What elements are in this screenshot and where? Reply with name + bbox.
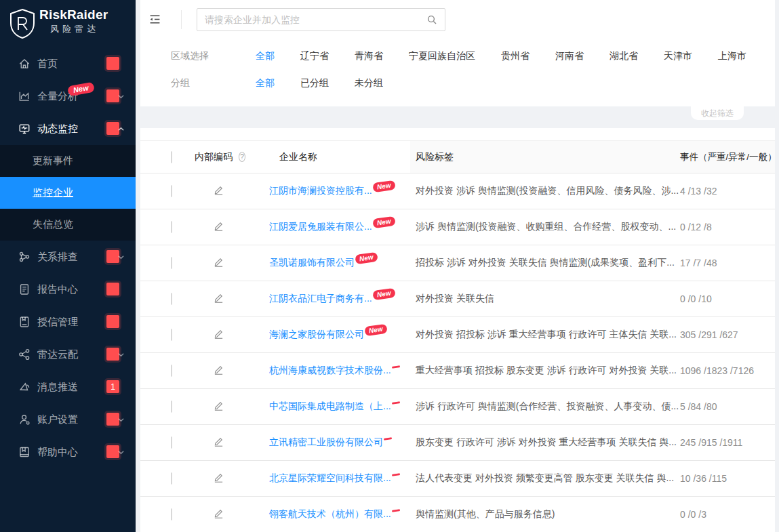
region-filter-option[interactable]: 宁夏回族自治区 <box>409 50 475 62</box>
row-checkbox[interactable] <box>171 221 172 233</box>
sidebar-item-relations[interactable]: 关系排查 <box>0 241 136 273</box>
sidebar-item-account[interactable]: 账户设置 <box>0 403 136 436</box>
collapse-filter-button[interactable]: 收起筛选 <box>691 106 744 120</box>
row-checkbox[interactable] <box>171 365 172 377</box>
group-filter-option[interactable]: 全部 <box>256 77 275 89</box>
event-counts: 0 /12 /8 <box>680 222 775 232</box>
sidebar-item-monitoring[interactable]: 动态监控 <box>0 112 136 145</box>
company-link[interactable]: 江阴衣品汇电子商务有... <box>269 293 372 304</box>
header-risk-tags: 风险标签 <box>410 141 680 173</box>
row-checkbox[interactable] <box>171 508 172 520</box>
group-filter-option[interactable]: 已分组 <box>300 77 329 89</box>
search-icon[interactable] <box>426 14 437 25</box>
company-link[interactable]: 杭州海康威视数字技术股份... <box>269 365 391 375</box>
region-filter-option[interactable]: 天津市 <box>664 50 692 62</box>
risk-tags: 涉诉 行政许可 舆情监测(合作经营、投资融资、人事变动、债... <box>410 401 680 413</box>
risk-tags: 涉诉 舆情监测(投资融资、收购重组、合作经营、股权变动、... <box>410 221 680 233</box>
risk-tags: 对外投资 关联失信 <box>410 293 680 305</box>
table-header-row: 内部编码 ? 企业名称 风险标签 事件（严重/异常/一般） <box>140 140 775 173</box>
header-company-name: 企业名称 <box>245 151 410 163</box>
row-checkbox[interactable] <box>171 185 172 197</box>
row-checkbox[interactable] <box>171 401 172 413</box>
company-link[interactable]: 立讯精密工业股份有限公司 <box>269 436 383 447</box>
new-badge <box>392 473 400 476</box>
new-badge <box>392 365 400 369</box>
region-filter-row: 区域选择 全部辽宁省青海省宁夏回族自治区贵州省河南省湖北省天津市上海市 <box>140 43 775 70</box>
sidebar-item-reports[interactable]: 报告中心 <box>0 273 136 306</box>
company-link[interactable]: 江阴爱居兔服装有限公... <box>269 221 372 232</box>
sidebar-item-credit[interactable]: 授信管理 <box>0 306 136 338</box>
question-circle-icon[interactable]: ? <box>239 152 245 162</box>
risk-tags: 对外投资 招投标 涉诉 重大经营事项 行政许可 主体失信 关联... <box>410 329 680 341</box>
table-row: 江阴市海澜投资控股有...New 对外投资 涉诉 舆情监测(投资融资、信用风险、… <box>140 173 775 209</box>
sidebar-item-home[interactable]: 首页 <box>0 47 136 80</box>
sidebar-item-update-events[interactable]: 更新事件 <box>0 145 136 177</box>
region-filter-option[interactable]: 湖北省 <box>610 50 638 62</box>
company-link[interactable]: 北京星际荣耀空间科技有限... <box>269 472 391 483</box>
brand-logo: RiskRaider 风险雷达 <box>0 0 136 42</box>
edit-pencil-icon[interactable] <box>214 508 224 518</box>
edit-pencil-icon[interactable] <box>214 329 224 339</box>
edit-pencil-icon[interactable] <box>214 365 224 375</box>
row-checkbox[interactable] <box>171 293 172 305</box>
event-counts: 1096 /1823 /7126 <box>680 365 775 376</box>
edit-pencil-icon[interactable] <box>214 401 224 411</box>
topbar <box>140 0 775 39</box>
new-badge: New <box>372 216 395 228</box>
table-row: 中芯国际集成电路制造（上... 涉诉 行政许可 舆情监测(合作经营、投资融资、人… <box>140 389 775 425</box>
risk-tags: 舆情监测(其他、产品与服务信息) <box>410 508 680 520</box>
sidebar-item-messages[interactable]: 消息推送 1 <box>0 371 136 403</box>
row-checkbox[interactable] <box>171 329 172 341</box>
new-badge <box>392 401 400 405</box>
company-link[interactable]: 中芯国际集成电路制造（上... <box>269 401 391 411</box>
region-filter-option[interactable]: 全部 <box>256 50 275 62</box>
new-badge <box>384 437 392 441</box>
group-filter-option[interactable]: 未分组 <box>355 77 383 89</box>
edit-pencil-icon[interactable] <box>214 472 224 483</box>
sidebar-item-monitored-companies[interactable]: 监控企业 <box>0 177 136 209</box>
region-filter-option[interactable]: 河南省 <box>555 50 584 62</box>
sidebar-item-analysis[interactable]: 全量分析 New <box>0 80 136 112</box>
search-input[interactable] <box>205 14 426 25</box>
event-counts: 5 /84 /80 <box>680 401 775 412</box>
monitor-icon <box>18 123 31 135</box>
event-counts: 0 /0 /10 <box>680 293 775 304</box>
row-checkbox[interactable] <box>171 257 172 269</box>
sidebar-item-radar-cloud[interactable]: 雷达云配 <box>0 338 136 371</box>
help-icon <box>18 446 31 458</box>
menu-fold-icon[interactable] <box>149 14 161 25</box>
region-filter-option[interactable]: 贵州省 <box>501 50 530 62</box>
edit-pencil-icon[interactable] <box>214 185 224 195</box>
header-checkbox-cell <box>140 152 190 163</box>
region-filter-option[interactable]: 上海市 <box>718 50 746 62</box>
row-checkbox[interactable] <box>171 472 172 485</box>
header-events: 事件（严重/异常/一般） <box>680 141 775 173</box>
count-badge <box>106 315 119 328</box>
main-area: 区域选择 全部辽宁省青海省宁夏回族自治区贵州省河南省湖北省天津市上海市 分组 全… <box>136 0 779 532</box>
relation-icon <box>18 251 31 263</box>
region-filter-option[interactable]: 辽宁省 <box>300 50 329 62</box>
edit-pencil-icon[interactable] <box>214 221 224 231</box>
group-filter-label: 分组 <box>171 77 256 89</box>
table-row: 圣凯诺服饰有限公司New 招投标 涉诉 对外投资 关联失信 舆情监测(成果奖项、… <box>140 245 775 281</box>
company-link[interactable]: 海澜之家股份有限公司 <box>269 329 364 340</box>
edit-pencil-icon[interactable] <box>214 257 224 267</box>
sidebar-item-help[interactable]: 帮助中心 <box>0 436 136 468</box>
sidebar-item-dishonesty-overview[interactable]: 失信总览 <box>0 209 136 241</box>
select-all-checkbox[interactable] <box>171 151 172 163</box>
risk-tags: 对外投资 涉诉 舆情监测(投资融资、信用风险、债务风险、涉... <box>410 185 680 197</box>
header-internal-code: 内部编码 ? <box>190 151 245 163</box>
company-link[interactable]: 江阴市海澜投资控股有... <box>269 185 372 196</box>
sidebar: RiskRaider 风险雷达 首页 全量分析 New 动态监控 更新事件监控企… <box>0 0 136 532</box>
company-link[interactable]: 翎客航天技术（杭州）有限... <box>269 508 391 519</box>
filter-panel: 区域选择 全部辽宁省青海省宁夏回族自治区贵州省河南省湖北省天津市上海市 分组 全… <box>140 39 775 106</box>
table-row: 杭州海康威视数字技术股份... 重大经营事项 招投标 股东变更 涉诉 行政许可 … <box>140 353 775 389</box>
edit-pencil-icon[interactable] <box>214 293 224 303</box>
edit-pencil-icon[interactable] <box>214 436 224 447</box>
count-badge <box>106 283 119 295</box>
company-link[interactable]: 圣凯诺服饰有限公司 <box>269 257 355 268</box>
region-filter-option[interactable]: 青海省 <box>355 50 383 62</box>
risk-tags: 股东变更 行政许可 涉诉 对外投资 重大经营事项 关联失信 舆... <box>410 436 680 449</box>
event-counts: 0 /0 /3 <box>680 509 775 520</box>
row-checkbox[interactable] <box>171 436 172 449</box>
